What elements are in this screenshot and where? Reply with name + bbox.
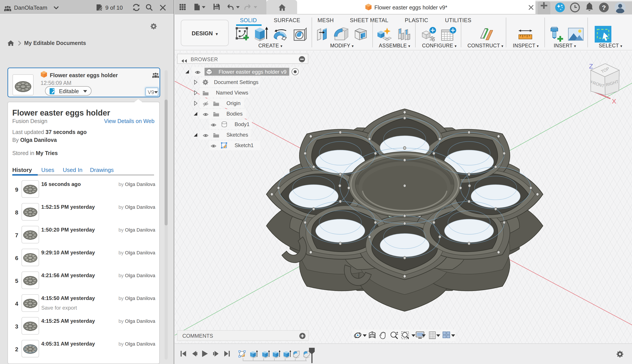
svg-text:?: ?: [602, 4, 606, 11]
svg-text:Z: Z: [589, 62, 593, 70]
svg-text:X: X: [612, 98, 616, 105]
